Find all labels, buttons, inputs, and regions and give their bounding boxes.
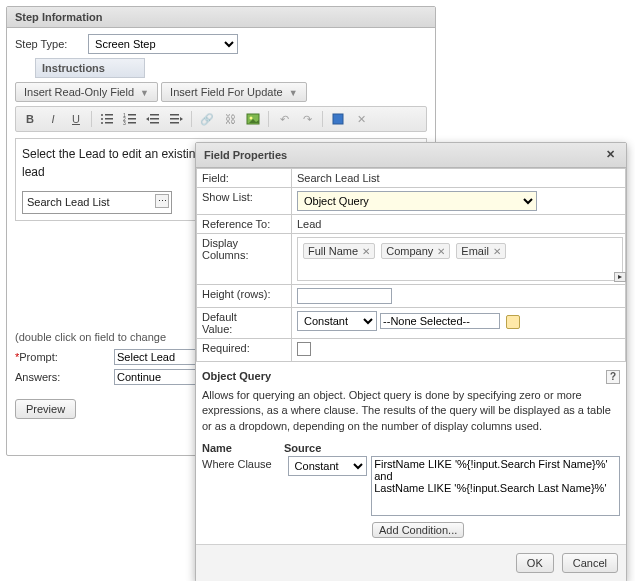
indent-button[interactable]	[166, 110, 186, 128]
field-properties-dialog: Field Properties ✕ Field: Search Lead Li…	[195, 142, 627, 581]
source-type-select[interactable]: Constant	[288, 456, 368, 476]
field-edit-icon[interactable]: ⋯	[155, 194, 169, 208]
insert-readonly-label: Insert Read-Only Field	[24, 86, 134, 98]
outdent-button[interactable]	[143, 110, 163, 128]
instructions-header: Instructions	[35, 58, 145, 78]
preview-button[interactable]: Preview	[15, 399, 76, 419]
reference-value: Lead	[292, 215, 626, 234]
height-input[interactable]	[297, 288, 392, 304]
field-properties-title: Field Properties	[204, 149, 287, 161]
field-value: Search Lead List	[292, 169, 626, 188]
object-query-heading: Object Query	[202, 370, 271, 384]
bold-button[interactable]: B	[20, 110, 40, 128]
close-icon[interactable]: ✕	[602, 147, 618, 163]
default-value-label: DefaultValue:	[197, 308, 292, 339]
image-button[interactable]	[243, 110, 263, 128]
step-type-select[interactable]: Screen Step	[88, 34, 238, 54]
remove-tag-icon[interactable]: ✕	[362, 246, 370, 257]
reference-label: Reference To:	[197, 215, 292, 234]
svg-marker-17	[180, 117, 183, 121]
add-condition-button[interactable]: Add Condition...	[372, 522, 464, 538]
numbered-list-button[interactable]: 123	[120, 110, 140, 128]
insert-update-label: Insert Field For Update	[170, 86, 283, 98]
clear-format-button[interactable]: ✕	[351, 110, 371, 128]
showlist-select[interactable]: Object Query	[297, 191, 537, 211]
svg-rect-23	[333, 114, 343, 124]
svg-rect-14	[150, 118, 159, 120]
showlist-label: Show List:	[197, 188, 292, 215]
svg-point-2	[101, 118, 103, 120]
insert-field-for-update-button[interactable]: Insert Field For Update ▼	[161, 82, 306, 102]
help-icon[interactable]: ?	[606, 370, 620, 384]
column-tag[interactable]: Company✕	[381, 243, 450, 259]
column-tag[interactable]: Email✕	[456, 243, 506, 259]
where-clause-textarea[interactable]	[371, 456, 620, 516]
expand-handle-icon[interactable]: ▸	[614, 272, 626, 282]
undo-button[interactable]: ↶	[274, 110, 294, 128]
svg-rect-16	[170, 114, 179, 116]
italic-button[interactable]: I	[43, 110, 63, 128]
rich-text-toolbar: B I U 123 🔗 ⛓ ↶ ↷ ✕	[15, 106, 427, 132]
svg-rect-12	[150, 114, 159, 116]
height-label: Height (rows):	[197, 285, 292, 308]
where-clause-label: Where Clause	[202, 456, 284, 470]
remove-tag-icon[interactable]: ✕	[493, 246, 501, 257]
link-button[interactable]: 🔗	[197, 110, 217, 128]
step-info-title: Step Information	[15, 11, 102, 23]
answers-label: Answers:	[15, 371, 110, 383]
svg-rect-19	[170, 122, 179, 124]
svg-rect-7	[128, 114, 136, 116]
display-columns-box[interactable]: Full Name✕ Company✕ Email✕	[297, 237, 623, 281]
embedded-field[interactable]: Search Lead List ⋯	[22, 191, 172, 214]
svg-rect-15	[150, 122, 159, 124]
ok-button[interactable]: OK	[516, 553, 554, 573]
chevron-down-icon: ▼	[289, 88, 298, 98]
required-checkbox[interactable]	[297, 342, 311, 356]
default-value-input[interactable]	[380, 313, 500, 329]
color-button[interactable]	[328, 110, 348, 128]
lookup-icon[interactable]	[506, 315, 520, 329]
insert-readonly-field-button[interactable]: Insert Read-Only Field ▼	[15, 82, 158, 102]
svg-rect-3	[105, 118, 113, 120]
name-column-header: Name	[202, 442, 284, 454]
svg-rect-11	[128, 122, 136, 124]
chevron-down-icon: ▼	[140, 88, 149, 98]
step-info-header: Step Information	[7, 7, 435, 28]
svg-rect-5	[105, 122, 113, 124]
object-query-description: Allows for querying an object. Object qu…	[196, 388, 626, 442]
svg-point-4	[101, 122, 103, 124]
unlink-button[interactable]: ⛓	[220, 110, 240, 128]
prompt-label: *Prompt:	[15, 351, 110, 363]
embedded-field-label: Search Lead List	[27, 196, 110, 208]
svg-rect-18	[170, 118, 179, 120]
svg-text:3: 3	[123, 120, 126, 126]
display-columns-label: DisplayColumns:	[197, 234, 292, 285]
svg-marker-13	[146, 117, 149, 121]
svg-point-0	[101, 114, 103, 116]
svg-rect-9	[128, 118, 136, 120]
field-label: Field:	[197, 169, 292, 188]
cancel-button[interactable]: Cancel	[562, 553, 618, 573]
svg-rect-1	[105, 114, 113, 116]
step-type-label: Step Type:	[15, 38, 85, 50]
bullet-list-button[interactable]	[97, 110, 117, 128]
source-column-header: Source	[284, 442, 370, 454]
required-label: Required:	[197, 339, 292, 362]
underline-button[interactable]: U	[66, 110, 86, 128]
remove-tag-icon[interactable]: ✕	[437, 246, 445, 257]
redo-button[interactable]: ↷	[297, 110, 317, 128]
default-type-select[interactable]: Constant	[297, 311, 377, 331]
svg-point-21	[250, 117, 253, 120]
column-tag[interactable]: Full Name✕	[303, 243, 375, 259]
